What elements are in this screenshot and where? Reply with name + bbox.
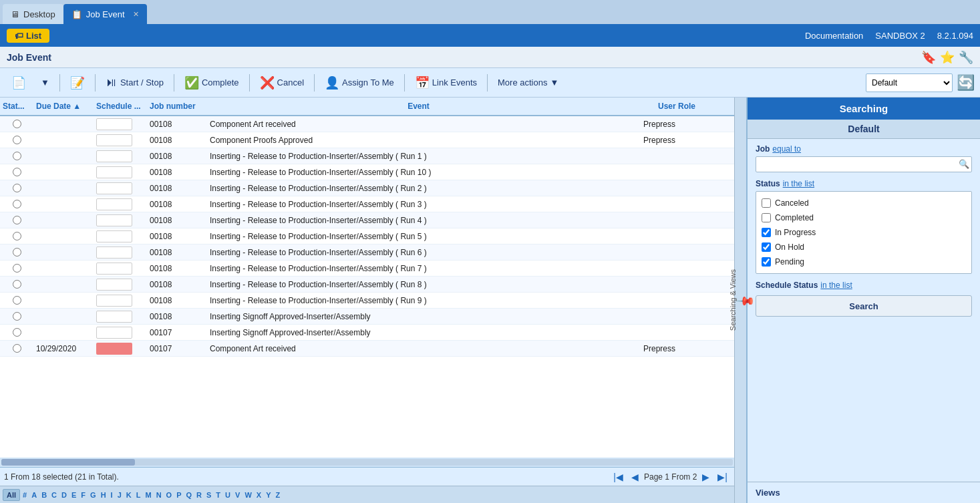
table-row[interactable]: 00107Inserting Signoff Approved-Inserter…	[0, 325, 734, 341]
schedule-cell[interactable]	[94, 279, 147, 291]
alpha-btn-i[interactable]: I	[109, 490, 115, 500]
h-scroll-area[interactable]	[0, 458, 734, 467]
schedule-cell[interactable]	[94, 182, 147, 194]
row-radio[interactable]	[13, 136, 21, 144]
table-row[interactable]: 00108Inserting - Release to Production-I…	[0, 228, 734, 244]
schedule-cell[interactable]	[94, 118, 147, 130]
status-checkbox-pending[interactable]	[762, 257, 771, 267]
nav-next-button[interactable]: ▶	[699, 470, 712, 484]
assign-to-me-button[interactable]: 👤 Assign To Me	[319, 73, 400, 93]
tab-close-icon[interactable]: ✕	[133, 10, 139, 19]
schedule-cell[interactable]	[94, 311, 147, 323]
new-dropdown-button[interactable]: ▼	[35, 75, 55, 90]
alpha-btn-t[interactable]: T	[214, 490, 222, 500]
schedule-input[interactable]	[96, 214, 132, 226]
schedule-input[interactable]	[96, 134, 132, 146]
alpha-btn-j[interactable]: J	[116, 490, 124, 500]
schedule-input[interactable]	[96, 198, 132, 210]
schedule-input[interactable]	[96, 279, 132, 291]
job-equal-to-link[interactable]: equal to	[772, 144, 801, 154]
schedule-input[interactable]	[96, 295, 132, 307]
col-schedule[interactable]: Schedule ...	[94, 102, 147, 111]
alpha-btn-#[interactable]: #	[21, 490, 29, 500]
bookmark-icon[interactable]: 🔖	[921, 50, 936, 65]
alpha-btn-a[interactable]: A	[29, 490, 39, 500]
col-job-number[interactable]: Job number	[147, 102, 207, 111]
alpha-btn-p[interactable]: P	[174, 490, 183, 500]
schedule-input[interactable]	[96, 150, 132, 162]
schedule-cell[interactable]	[94, 327, 147, 339]
schedule-cell[interactable]	[94, 134, 147, 146]
link-events-button[interactable]: 📅 Link Events	[409, 73, 483, 93]
row-radio[interactable]	[13, 344, 21, 353]
nav-last-button[interactable]: ▶|	[715, 470, 730, 484]
schedule-input[interactable]	[96, 263, 132, 275]
alpha-btn-all[interactable]: All	[3, 489, 20, 501]
alpha-btn-z[interactable]: Z	[273, 490, 282, 500]
row-radio[interactable]	[13, 168, 21, 176]
star-icon[interactable]: ⭐	[940, 50, 955, 65]
table-row[interactable]: 00108Inserting Signoff Approved-Inserter…	[0, 309, 734, 325]
table-row[interactable]: 00108Inserting - Release to Production-I…	[0, 180, 734, 196]
schedule-input[interactable]	[96, 230, 132, 242]
table-row[interactable]: 00108Inserting - Release to Production-I…	[0, 164, 734, 180]
nav-prev-button[interactable]: ◀	[629, 470, 641, 484]
alpha-btn-d[interactable]: D	[59, 490, 69, 500]
schedule-cell[interactable]	[94, 246, 147, 259]
alpha-btn-s[interactable]: S	[204, 490, 213, 500]
table-row[interactable]: 00108Component Art receivedPrepress	[0, 116, 734, 132]
schedule-cell[interactable]	[94, 150, 147, 162]
schedule-cell[interactable]	[94, 214, 147, 226]
status-checkbox-canceled[interactable]	[762, 198, 771, 208]
tab-job-event[interactable]: 📋 Job Event ✕	[63, 4, 147, 24]
table-row[interactable]: 00108Inserting - Release to Production-I…	[0, 293, 734, 309]
table-row[interactable]: 00108Inserting - Release to Production-I…	[0, 277, 734, 293]
alpha-btn-k[interactable]: K	[124, 490, 134, 500]
alpha-btn-y[interactable]: Y	[264, 490, 273, 500]
alpha-btn-v[interactable]: V	[233, 490, 242, 500]
schedule-cell[interactable]	[94, 263, 147, 275]
side-collapse-panel[interactable]: 📌 Searching & Views	[734, 98, 746, 503]
alpha-btn-g[interactable]: G	[88, 490, 98, 500]
table-row[interactable]: 00108Inserting - Release to Production-I…	[0, 212, 734, 228]
schedule-cell[interactable]	[94, 343, 147, 355]
alpha-btn-u[interactable]: U	[223, 490, 232, 500]
job-search-input[interactable]	[756, 156, 972, 172]
table-row[interactable]: 00108Inserting - Release to Production-I…	[0, 244, 734, 261]
col-status[interactable]: Stat...	[0, 102, 33, 111]
search-button[interactable]: Search	[756, 295, 972, 317]
nav-first-button[interactable]: |◀	[611, 470, 626, 484]
table-row[interactable]: 00108Inserting - Release to Production-I…	[0, 196, 734, 212]
wrench-icon[interactable]: 🔧	[959, 50, 973, 65]
alpha-btn-r[interactable]: R	[194, 490, 204, 500]
tab-desktop[interactable]: 🖥 Desktop	[3, 4, 63, 24]
schedule-input[interactable]	[96, 246, 132, 259]
alpha-btn-q[interactable]: Q	[184, 490, 194, 500]
alpha-btn-f[interactable]: F	[79, 490, 88, 500]
row-radio[interactable]	[13, 264, 21, 273]
edit-button[interactable]: 📝	[64, 73, 91, 93]
schedule-cell[interactable]	[94, 295, 147, 307]
schedule-cell[interactable]	[94, 198, 147, 210]
table-row[interactable]: 10/29/202000107Component Art receivedPre…	[0, 341, 734, 357]
table-row[interactable]: 00108Inserting - Release to Production-I…	[0, 148, 734, 164]
list-button[interactable]: 🏷 List	[7, 29, 49, 43]
schedule-input[interactable]	[96, 327, 132, 339]
schedule-input[interactable]	[96, 118, 132, 130]
row-radio[interactable]	[13, 200, 21, 208]
alpha-btn-h[interactable]: H	[99, 490, 108, 500]
schedule-input[interactable]	[96, 166, 132, 178]
row-radio[interactable]	[13, 152, 21, 160]
schedule-cell[interactable]	[94, 230, 147, 242]
schedule-input[interactable]	[96, 182, 132, 194]
alpha-btn-e[interactable]: E	[69, 490, 78, 500]
row-radio[interactable]	[13, 248, 21, 257]
col-user-role[interactable]: User Role	[630, 102, 723, 111]
schedule-status-link[interactable]: in the list	[820, 281, 852, 290]
alpha-btn-n[interactable]: N	[154, 490, 164, 500]
refresh-icon[interactable]: 🔄	[957, 74, 975, 92]
col-event[interactable]: Event	[207, 102, 630, 111]
row-radio[interactable]	[13, 328, 21, 337]
col-due-date[interactable]: Due Date ▲	[33, 102, 94, 111]
alpha-btn-o[interactable]: O	[164, 490, 174, 500]
